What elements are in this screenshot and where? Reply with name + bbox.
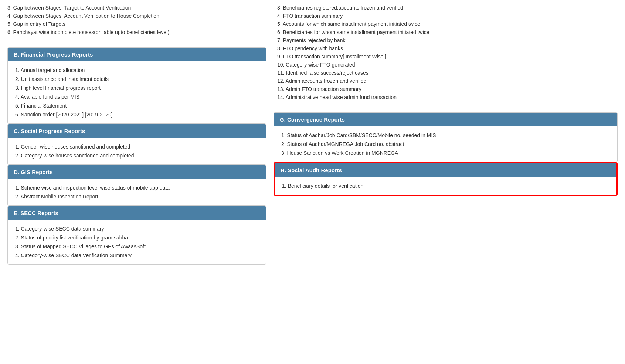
section-e: E. SECC Reports1. Category-wise SECC dat… — [7, 206, 266, 265]
section-header-b: B. Financial Progress Reports — [8, 48, 266, 61]
right-top-list-container: 3. Beneficiaries registered,accounts fro… — [274, 4, 618, 105]
intro-list: 3. Gap between Stages: Target to Account… — [7, 4, 266, 36]
list-item[interactable]: 1. Scheme wise and inspection level wise… — [15, 183, 258, 192]
section-g: G. Convergence Reports1. Status of Aadha… — [274, 112, 618, 162]
right-column: 3. Beneficiaries registered,accounts fro… — [274, 4, 618, 360]
list-item[interactable]: 2. Abstract Mobile Inspection Report. — [15, 192, 258, 201]
section-body-g: 1. Status of Aadhar/Job Card/SBM/SECC/Mo… — [274, 126, 617, 162]
section-body-e: 1. Category-wise SECC data summary2. Sta… — [8, 220, 266, 264]
list-item[interactable]: 1. Status of Aadhar/Job Card/SBM/SECC/Mo… — [281, 131, 610, 140]
right-sections: G. Convergence Reports1. Status of Aadha… — [274, 112, 618, 196]
section-header-c: C. Social Progress Reports — [8, 124, 266, 138]
list-item[interactable]: 4. FTO transaction summary — [277, 12, 618, 20]
list-item[interactable]: 14. Administrative head wise admin fund … — [277, 93, 618, 101]
list-item[interactable]: 4. Available fund as per MIS — [15, 92, 258, 101]
section-header-e: E. SECC Reports — [8, 206, 266, 220]
section-list-h: 1. Beneficiary details for verification — [282, 181, 609, 190]
left-sections: B. Financial Progress Reports1. Annual t… — [7, 47, 266, 265]
section-body-d: 1. Scheme wise and inspection level wise… — [8, 179, 266, 205]
section-list-b: 1. Annual target and allocation2. Unit a… — [15, 66, 258, 119]
list-item[interactable]: 4. Category-wise SECC data Verification … — [15, 251, 258, 260]
right-top-list: 3. Beneficiaries registered,accounts fro… — [274, 4, 618, 101]
list-item[interactable]: 9. FTO transaction summary[ Installment … — [277, 52, 618, 61]
section-list-g: 1. Status of Aadhar/Job Card/SBM/SECC/Mo… — [281, 131, 610, 157]
section-header-g: G. Convergence Reports — [274, 113, 617, 126]
list-item[interactable]: 2. Status of Aadhar/MGNREGA Job Card no.… — [281, 140, 610, 149]
section-list-e: 1. Category-wise SECC data summary2. Sta… — [15, 224, 258, 260]
list-item[interactable]: 3. Beneficiaries registered,accounts fro… — [277, 4, 618, 12]
list-item[interactable]: 3. Status of Mapped SECC Villages to GPs… — [15, 242, 258, 251]
list-item[interactable]: 1. Beneficiary details for verification — [282, 181, 609, 190]
list-item[interactable]: 6. Beneficiaries for whom same installme… — [277, 28, 618, 36]
list-item[interactable]: 6. Sanction order [2020-2021] [2019-2020… — [15, 110, 258, 119]
list-item[interactable]: 1. Gender-wise houses sanctioned and com… — [15, 142, 258, 151]
section-body-c: 1. Gender-wise houses sanctioned and com… — [8, 138, 266, 164]
section-h: H. Social Audit Reports1. Beneficiary de… — [274, 162, 618, 196]
list-item: 4. Gap between Stages: Account Verificat… — [7, 12, 266, 20]
list-item[interactable]: 1. Category-wise SECC data summary — [15, 224, 258, 233]
section-d: D. GIS Reports1. Scheme wise and inspect… — [7, 165, 266, 206]
list-item[interactable]: 13. Admin FTO transaction summary — [277, 85, 618, 93]
list-item: 6. Panchayat wise incomplete houses(dril… — [7, 28, 266, 36]
section-b: B. Financial Progress Reports1. Annual t… — [7, 47, 266, 124]
list-item: 3. Gap between Stages: Target to Account… — [7, 4, 266, 12]
section-c: C. Social Progress Reports1. Gender-wise… — [7, 124, 266, 165]
list-item[interactable]: 8. FTO pendency with banks — [277, 44, 618, 52]
list-item[interactable]: 11. Identified false success/reject case… — [277, 69, 618, 77]
list-item[interactable]: 12. Admin accounts frozen and verified — [277, 77, 618, 85]
intro-list-container: 3. Gap between Stages: Target to Account… — [7, 4, 266, 40]
list-item[interactable]: 10. Category wise FTO generated — [277, 61, 618, 69]
list-item[interactable]: 2. Unit assistance and installment detai… — [15, 75, 258, 84]
list-item[interactable]: 5. Financial Statement — [15, 101, 258, 110]
left-column: 3. Gap between Stages: Target to Account… — [7, 4, 266, 360]
list-item[interactable]: 3. High level financial progress report — [15, 84, 258, 92]
list-item[interactable]: 7. Payments rejected by bank — [277, 36, 618, 44]
list-item[interactable]: 2. Category-wise houses sanctioned and c… — [15, 151, 258, 160]
section-header-h: H. Social Audit Reports — [275, 163, 616, 177]
section-body-b: 1. Annual target and allocation2. Unit a… — [8, 61, 266, 123]
section-list-c: 1. Gender-wise houses sanctioned and com… — [15, 142, 258, 160]
section-header-d: D. GIS Reports — [8, 165, 266, 179]
list-item[interactable]: 1. Annual target and allocation — [15, 66, 258, 75]
list-item: 5. Gap in entry of Targets — [7, 20, 266, 28]
list-item[interactable]: 5. Accounts for which same installment p… — [277, 20, 618, 28]
list-item[interactable]: 2. Status of priority list verification … — [15, 233, 258, 242]
section-body-h: 1. Beneficiary details for verification — [275, 177, 616, 195]
list-item[interactable]: 3. House Sanction vs Work Creation in MG… — [281, 149, 610, 157]
section-list-d: 1. Scheme wise and inspection level wise… — [15, 183, 258, 201]
